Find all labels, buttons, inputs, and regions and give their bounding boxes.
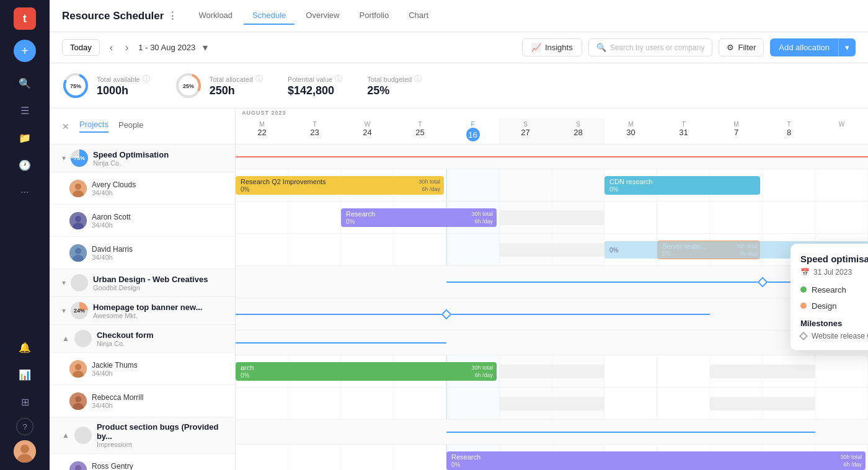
- bar-research-ross[interactable]: Research 0% 30h total 6h /day: [446, 451, 866, 470]
- schedule-container: ✕ Projects People AUGUST 2023 M 22 T 23: [50, 109, 868, 470]
- prev-nav-button[interactable]: ‹: [107, 41, 115, 55]
- today-button[interactable]: Today: [62, 39, 100, 56]
- filter-icon: ⚙: [727, 43, 734, 52]
- tab-overview[interactable]: Overview: [297, 7, 348, 25]
- gantt-row-checkout-project: [236, 330, 868, 355]
- date-range-chevron[interactable]: ▾: [203, 42, 208, 53]
- insights-chart-icon: 📈: [531, 43, 541, 52]
- project-collapse-product[interactable]: ▲: [62, 431, 69, 440]
- grid-icon[interactable]: ⊞: [14, 391, 36, 413]
- project-circle-checkout: [74, 330, 92, 347]
- stat-potential-value: Potential value ⓘ $142,800: [288, 74, 342, 97]
- project-name-homepage: Homepage top banner new...: [93, 303, 228, 312]
- user-avatar[interactable]: [14, 440, 36, 463]
- milestone-diamond-urban: [758, 277, 768, 287]
- project-group-urban: ▾ Urban Design - Web Creatives Goodbit D…: [50, 269, 235, 297]
- search-icon[interactable]: 🔍: [14, 72, 36, 94]
- gantt-row-speed-project: [236, 144, 868, 169]
- project-info-speed: Speed Optimisation Ninja Co.: [93, 150, 228, 167]
- project-collapse-speed[interactable]: ▾: [62, 154, 66, 162]
- person-jackie: Jackie Thums 34/40h: [50, 353, 235, 385]
- svg-point-19: [75, 364, 81, 370]
- milestone-diamond-icon: [799, 332, 808, 340]
- project-circle-product: [74, 427, 92, 444]
- avatar-david: [69, 244, 87, 262]
- stat-potential-text: Potential value ⓘ $142,800: [288, 74, 342, 97]
- project-info-urban: Urban Design - Web Creatives Goodbit Des…: [93, 275, 228, 291]
- bar-research-jackie[interactable]: arch 0% 30h total 6h /day: [236, 362, 497, 381]
- tooltip-row-design: Design Total 40h: [800, 300, 868, 311]
- schedule-left-panel: ▾ 75% Speed Optimisation Ninja Co. Avery…: [50, 144, 236, 470]
- info-icon-2: ⓘ: [255, 74, 263, 84]
- available-circle: 75%: [62, 72, 89, 99]
- person-name-jackie: Jackie Thums: [92, 361, 228, 370]
- milestone-diamond-homepage: [441, 309, 451, 319]
- stat-budgeted-value: 25%: [367, 84, 422, 97]
- project-group-homepage: ▾ 24% Homepage top banner new... Awesome…: [50, 297, 235, 325]
- tab-chart[interactable]: Chart: [400, 7, 437, 25]
- project-collapse-homepage[interactable]: ▾: [62, 306, 66, 315]
- add-allocation-label: Add allocation: [770, 38, 838, 56]
- filter-button[interactable]: ⚙ Filter: [719, 38, 764, 56]
- project-collapse-urban[interactable]: ▾: [62, 278, 66, 287]
- next-nav-button[interactable]: ›: [123, 41, 131, 55]
- collapse-all-icon[interactable]: ✕: [62, 122, 69, 131]
- date-columns: M 22 T 23 W 24 T 25: [236, 109, 868, 144]
- gantt-row-product-project: [236, 420, 868, 445]
- folder-icon[interactable]: 📁: [14, 126, 36, 149]
- date-col-11: W: [815, 118, 868, 144]
- project-company-homepage: Awesome Mkt.: [93, 312, 228, 319]
- help-icon[interactable]: ?: [16, 418, 33, 435]
- svg-point-1: [20, 445, 29, 453]
- tooltip-milestones-title: Milestones: [800, 319, 868, 328]
- bar-research-aaron[interactable]: Research 0% 30h total 6h /day: [341, 208, 497, 227]
- create-button[interactable]: +: [14, 40, 36, 62]
- add-allocation-chevron[interactable]: ▾: [838, 38, 856, 56]
- bar-research-q2[interactable]: Research Q2 Improvements 0% 30h total 6h…: [236, 176, 444, 195]
- title-more-icon[interactable]: ⋮: [167, 10, 177, 22]
- project-name-checkout: Checkout form: [97, 330, 228, 340]
- tab-portfolio[interactable]: Portfolio: [351, 7, 398, 25]
- bar-cdn-research[interactable]: CDN research 0%: [604, 176, 760, 195]
- person-hours-avery: 34/40h: [92, 189, 228, 197]
- project-group-checkout: ▲ Checkout form Ninja Co. Jackie Thums: [50, 325, 235, 417]
- project-circle-speed: 75%: [71, 149, 88, 167]
- schedule-header: ✕ Projects People AUGUST 2023 M 22 T 23: [50, 109, 868, 144]
- dates-header: AUGUST 2023 M 22 T 23 W 24 T: [236, 109, 868, 144]
- tooltip-calendar-icon: 📅: [800, 268, 810, 277]
- project-collapse-checkout[interactable]: ▲: [62, 334, 69, 343]
- list-icon[interactable]: ☰: [14, 99, 36, 122]
- more-icon[interactable]: ···: [14, 181, 36, 203]
- stat-total-allocated: 25% Total allocated ⓘ 250h: [175, 72, 263, 99]
- project-name-urban: Urban Design - Web Creatives: [93, 275, 228, 284]
- insights-button[interactable]: 📈 Insights: [522, 38, 582, 56]
- project-circle-urban: [71, 274, 88, 291]
- person-aaron: Aaron Scott 34/40h: [50, 205, 235, 237]
- person-name-avery: Avery Clouds: [92, 180, 228, 189]
- project-circle-homepage: 24%: [71, 302, 88, 319]
- person-name-david: David Harris: [92, 245, 228, 254]
- tab-workload[interactable]: Workload: [190, 7, 241, 25]
- tab-schedule[interactable]: Schedule: [244, 7, 294, 25]
- add-allocation-button[interactable]: Add allocation ▾: [770, 38, 856, 56]
- page-title: Resource Scheduler ⋮: [62, 10, 177, 22]
- gantt-area: Research Q2 Improvements 0% 30h total 6h…: [236, 144, 868, 470]
- search-placeholder: Search by users or company: [610, 43, 705, 52]
- project-header-checkout: ▲ Checkout form Ninja Co.: [50, 325, 235, 353]
- tab-projects[interactable]: Projects: [79, 120, 108, 133]
- stat-allocated-value: 250h: [210, 84, 263, 97]
- tab-people[interactable]: People: [118, 120, 143, 132]
- avatar-ross: [69, 461, 87, 471]
- project-company-checkout: Ninja Co.: [97, 340, 228, 347]
- gantt-row-urban-project: [236, 266, 868, 298]
- search-box[interactable]: 🔍 Search by users or company: [588, 38, 713, 56]
- bell-icon[interactable]: 🔔: [14, 336, 36, 358]
- clock-icon[interactable]: 🕐: [14, 154, 36, 176]
- person-hours-rebecca: 34/40h: [92, 402, 228, 409]
- gantt-row-rebecca: [236, 388, 868, 420]
- info-icon: ⓘ: [143, 74, 150, 84]
- date-col-4: F 16: [446, 118, 499, 144]
- activity-icon[interactable]: 📊: [14, 363, 36, 386]
- tooltip-milestone-item: Website release Q1: [800, 332, 868, 340]
- date-col-10: T 8: [763, 118, 815, 144]
